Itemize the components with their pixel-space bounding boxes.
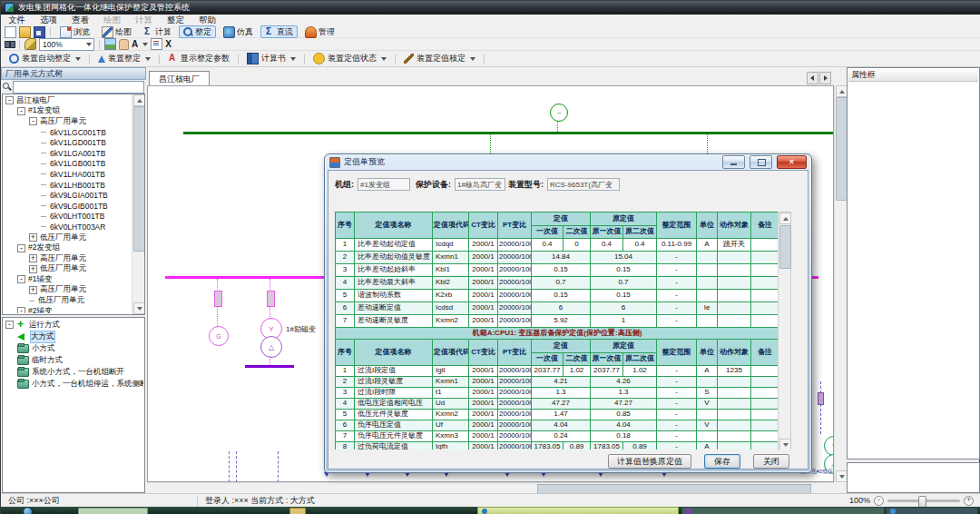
- chevron-down-icon[interactable]: [290, 57, 296, 61]
- tree-node[interactable]: +低压厂用单元: [4, 264, 132, 275]
- close-dialog-button[interactable]: 关闭: [753, 454, 789, 469]
- tree-node[interactable]: 6kV0LHT003AR: [4, 222, 132, 232]
- toolbar-main-button-1[interactable]: 绘图: [97, 25, 136, 38]
- setting-toolbar-button-2[interactable]: 显示整定参数: [163, 51, 234, 66]
- transformer-secondary-symbol[interactable]: △: [260, 336, 282, 358]
- scroll-up-icon[interactable]: [779, 213, 791, 224]
- tree-node[interactable]: 6kV1LGA001TB: [4, 148, 132, 159]
- zoom-key-icon[interactable]: [24, 38, 36, 50]
- chevron-down-icon[interactable]: [381, 57, 387, 61]
- close-button[interactable]: ×: [777, 155, 807, 169]
- open-file-icon[interactable]: [19, 26, 31, 38]
- generator-symbol[interactable]: ~: [550, 104, 568, 122]
- canvas-vertical-scrollbar[interactable]: [834, 85, 846, 482]
- toolbar-main-button-5[interactable]: 直流: [260, 25, 298, 38]
- toolbar-main-button-6[interactable]: 管理: [300, 25, 339, 38]
- toolbar-main-button-2[interactable]: 计算: [139, 25, 176, 38]
- breaker-symbol[interactable]: [818, 392, 824, 405]
- chevron-down-icon[interactable]: [145, 57, 151, 61]
- save-button[interactable]: 保存: [704, 454, 740, 469]
- tab-scroll-left-icon[interactable]: [807, 72, 818, 84]
- table-row[interactable]: 6负序电压定值Uf2000/120000/1004.044.04-V: [336, 420, 779, 431]
- breaker-symbol[interactable]: [214, 291, 222, 307]
- motor-symbol[interactable]: G: [209, 326, 229, 346]
- collapse-icon[interactable]: -: [17, 107, 25, 115]
- taskbar-button[interactable]: [681, 507, 885, 514]
- maximize-button[interactable]: [750, 155, 772, 169]
- tree-node[interactable]: 6kV0LHT001TB: [4, 212, 132, 222]
- device-field[interactable]: 1#核岛高厂变: [455, 178, 505, 191]
- tree-node[interactable]: +高压厂用单元: [4, 285, 132, 296]
- scroll-down-icon[interactable]: [779, 439, 791, 450]
- toolbar-main-button-4[interactable]: 仿真: [219, 25, 258, 38]
- tree-node[interactable]: +高压厂用单元: [4, 253, 132, 264]
- setting-toolbar-button-3[interactable]: 计算书: [242, 51, 300, 66]
- green-bus-line[interactable]: [183, 132, 833, 134]
- transformer-primary-symbol[interactable]: Y: [824, 436, 834, 456]
- table-row[interactable]: 2过流I段灵敏度Kxmn12000/120000/1004.214.26-: [336, 377, 779, 388]
- collapse-icon[interactable]: -: [5, 96, 14, 104]
- tree-node[interactable]: 小方式，一台机组停运，系统侧断开: [4, 378, 143, 390]
- zoom-slider-thumb[interactable]: [918, 496, 926, 508]
- tree-node[interactable]: -昌江核电厂: [4, 95, 132, 106]
- dialog-titlebar[interactable]: 定值单预览 ×: [325, 154, 811, 170]
- tree-node[interactable]: 6kV1LGC001TB: [4, 127, 132, 138]
- zoom-in-icon[interactable]: [964, 496, 974, 506]
- expand-icon[interactable]: +: [29, 233, 37, 242]
- delete-tool[interactable]: X: [165, 39, 172, 49]
- tree-node[interactable]: -#2辅变: [4, 306, 132, 313]
- chevron-down-icon[interactable]: [75, 57, 81, 61]
- tree-node[interactable]: 6kV1LGD001TB: [4, 137, 132, 148]
- menu-item-0[interactable]: 文件: [1, 15, 33, 26]
- setting-toolbar-button-1[interactable]: 装置整定: [93, 51, 155, 66]
- table-row[interactable]: 8过负荷电流定值Igfh2000/120000/1001783.050.8917…: [336, 442, 779, 450]
- minimize-button[interactable]: [722, 155, 745, 169]
- tree-node[interactable]: 低压厂用单元: [4, 295, 132, 306]
- zoom-slider[interactable]: [887, 499, 960, 502]
- collapse-icon[interactable]: -: [5, 321, 14, 329]
- chevron-down-icon[interactable]: [142, 43, 148, 46]
- table-row[interactable]: 1比率差动起动定值Icdqd2000/120000/1000.400.40.40…: [336, 239, 779, 252]
- table-row[interactable]: 2比率差动起动值灵敏度Kxmn12000/120000/10014.8415.0…: [336, 252, 779, 264]
- replace-with-calculated-button[interactable]: 计算值替换原定值: [608, 454, 691, 469]
- taskbar-button-active[interactable]: [477, 507, 679, 514]
- table-row[interactable]: 3比率差动起始斜率Kbl12000/120000/1000.150.15-: [336, 264, 779, 277]
- table-row[interactable]: 4比率差动最大斜率Kbl22000/120000/1000.70.7-: [336, 277, 779, 290]
- zoom-out-icon[interactable]: [874, 496, 884, 506]
- model-field[interactable]: RCS-9653T(高厂变: [547, 178, 620, 191]
- table-row[interactable]: 3过流I段时限t12000/120000/1001.31.3-S: [336, 388, 779, 399]
- scroll-down-icon[interactable]: [133, 302, 145, 314]
- taskbar-quicklaunch[interactable]: [78, 508, 148, 514]
- table-row[interactable]: 5低压元件灵敏度Kxmn22000/120000/1001.470.85-: [336, 410, 779, 420]
- table-row[interactable]: 7差动速断灵敏度Kxmn22000/120000/1005.921-: [336, 315, 779, 328]
- tab-scroll-right-icon[interactable]: [819, 72, 831, 84]
- unit-field[interactable]: #1发变组: [358, 178, 410, 191]
- tree-node[interactable]: 临时方式: [4, 354, 143, 366]
- page-tool-icon[interactable]: [151, 38, 162, 50]
- table-row[interactable]: 1过流I段定值IglI2000/120000/1002037.771.02203…: [336, 366, 779, 377]
- toolbar-main-button-3[interactable]: 整定: [179, 25, 216, 38]
- table-scrollbar[interactable]: [778, 212, 791, 450]
- toolbar-main-button-0[interactable]: 浏览: [55, 25, 94, 38]
- tree-node[interactable]: 小方式: [4, 342, 143, 354]
- tree-node[interactable]: 6kV1LGB001TB: [4, 159, 132, 170]
- find-icon[interactable]: [5, 39, 15, 49]
- tree-node[interactable]: 大方式: [4, 331, 143, 342]
- scroll-up-icon[interactable]: [133, 94, 145, 106]
- tree-node[interactable]: 6kV1LHA001TB: [4, 169, 132, 180]
- tree-node[interactable]: -运行方式: [4, 319, 143, 331]
- scroll-thumb[interactable]: [779, 225, 791, 269]
- image-tool-icon[interactable]: [104, 38, 116, 50]
- tree-node[interactable]: +低压厂用单元: [4, 232, 132, 243]
- scroll-thumb[interactable]: [133, 106, 145, 252]
- collapse-icon[interactable]: -: [17, 307, 25, 313]
- collapse-icon[interactable]: -: [17, 275, 25, 283]
- setting-toolbar-button-5[interactable]: 装置定值核定: [399, 51, 480, 66]
- tree-search-input[interactable]: [13, 81, 144, 94]
- tree-node[interactable]: 6kV9LGIB001TB: [4, 201, 132, 212]
- taskbar-button[interactable]: [289, 508, 306, 514]
- tree-node[interactable]: 6kV1LHB001TB: [4, 180, 132, 191]
- purple-bus-line[interactable]: [245, 365, 294, 368]
- tree-node[interactable]: -#1发变组: [4, 106, 132, 117]
- table-row[interactable]: 7负序电压元件灵敏度Kxmn32000/120000/1000.240.18-: [336, 431, 779, 442]
